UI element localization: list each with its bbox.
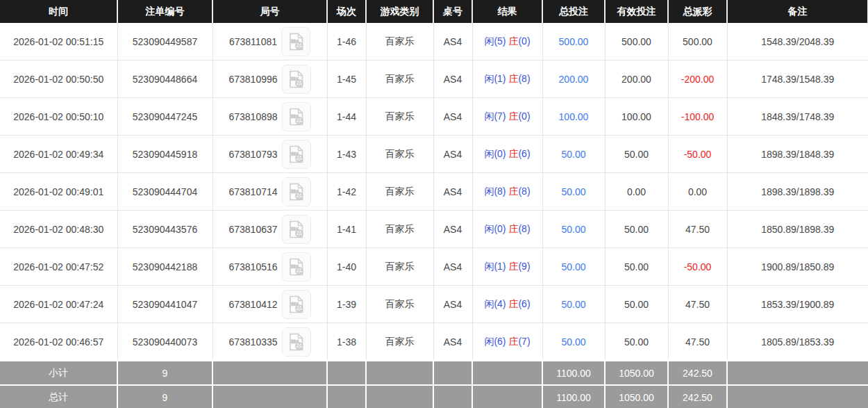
video-replay-button[interactable] bbox=[282, 252, 311, 281]
cell-game-type: 百家乐 bbox=[366, 211, 433, 248]
result-banker-label: 庄 bbox=[508, 111, 518, 122]
total-bet-link[interactable]: 200.00 bbox=[559, 74, 589, 85]
footer-payout: 242.50 bbox=[668, 361, 727, 385]
total-bet-link[interactable]: 50.00 bbox=[561, 186, 585, 197]
cell-session: 1-43 bbox=[327, 136, 366, 173]
table-row: 2026-01-02 00:49:34523090445918673810793… bbox=[0, 136, 868, 173]
footer-count: 9 bbox=[117, 361, 212, 385]
cell-table-no: AS4 bbox=[433, 211, 472, 248]
cell-result: 闲(1) 庄(9) bbox=[472, 248, 542, 286]
cell-remark: 1898.39/1848.39 bbox=[727, 136, 868, 173]
cell-round: 673810714 bbox=[212, 173, 327, 211]
table-row: 2026-01-02 00:47:52523090442188673810516… bbox=[0, 248, 868, 286]
cell-game-type: 百家乐 bbox=[366, 173, 433, 211]
video-file-icon bbox=[287, 295, 305, 313]
video-file-icon bbox=[287, 333, 305, 351]
table-row: 2026-01-02 00:46:57523090440073673810335… bbox=[0, 323, 868, 361]
cell-result: 闲(0) 庄(6) bbox=[472, 136, 542, 173]
video-file-icon bbox=[287, 145, 305, 163]
cell-round: 673810996 bbox=[212, 60, 327, 98]
total-bet-link[interactable]: 100.00 bbox=[559, 111, 589, 122]
total-bet-link[interactable]: 50.00 bbox=[561, 149, 585, 160]
video-file-icon bbox=[287, 70, 305, 88]
video-replay-button[interactable] bbox=[282, 140, 311, 169]
cell-total-bet: 200.00 bbox=[542, 60, 605, 98]
cell-payout: 0.00 bbox=[668, 173, 727, 211]
cell-game-type: 百家乐 bbox=[366, 248, 433, 286]
cell-game-type: 百家乐 bbox=[366, 136, 433, 173]
result-banker-value: (6) bbox=[518, 148, 530, 159]
footer-round bbox=[212, 385, 327, 408]
cell-remark: 1900.89/1850.89 bbox=[727, 248, 868, 286]
result-banker-value: (0) bbox=[518, 111, 530, 122]
cell-valid-bet: 50.00 bbox=[605, 286, 668, 323]
video-file-icon bbox=[287, 108, 305, 126]
total-bet-link[interactable]: 50.00 bbox=[561, 299, 585, 310]
video-replay-button[interactable] bbox=[282, 290, 311, 319]
cell-game-type: 百家乐 bbox=[366, 323, 433, 361]
cell-valid-bet: 50.00 bbox=[605, 248, 668, 286]
result-player: 闲(7) bbox=[484, 111, 506, 122]
cell-remark: 1548.39/2048.39 bbox=[727, 23, 868, 60]
video-replay-button[interactable] bbox=[281, 27, 310, 56]
table-body: 2026-01-02 00:51:15523090449587673811081… bbox=[0, 23, 868, 361]
result-banker-label: 庄 bbox=[508, 261, 518, 272]
cell-valid-bet: 50.00 bbox=[605, 323, 668, 361]
total-bet-link[interactable]: 50.00 bbox=[561, 224, 585, 235]
cell-round: 673810637 bbox=[212, 211, 327, 248]
result-player: 闲(1) bbox=[484, 261, 506, 272]
cell-round: 673810335 bbox=[212, 323, 327, 361]
cell-session: 1-45 bbox=[327, 60, 366, 98]
footer-label: 总计 bbox=[0, 385, 117, 408]
table-row: 2026-01-02 00:49:01523090444704673810714… bbox=[0, 173, 868, 211]
result-banker-label: 庄 bbox=[508, 186, 518, 197]
table-footer: 小计91100.001050.00242.50总计91100.001050.00… bbox=[0, 361, 868, 408]
cell-total-bet: 50.00 bbox=[542, 211, 605, 248]
table-row: 2026-01-02 00:48:30523090443576673810637… bbox=[0, 211, 868, 248]
cell-remark: 1898.39/1898.39 bbox=[727, 173, 868, 211]
cell-remark: 1748.39/1548.39 bbox=[727, 60, 868, 98]
video-replay-button[interactable] bbox=[282, 102, 311, 131]
cell-total-bet: 50.00 bbox=[542, 286, 605, 323]
column-header-remark: 备注 bbox=[727, 0, 868, 23]
result-banker-value: (9) bbox=[518, 261, 530, 272]
result-player: 闲(5) bbox=[484, 35, 506, 47]
footer-result bbox=[472, 361, 542, 385]
cell-time: 2026-01-02 00:51:15 bbox=[0, 23, 117, 60]
cell-time: 2026-01-02 00:46:57 bbox=[0, 323, 117, 361]
column-header-result: 结果 bbox=[472, 0, 542, 23]
cell-game-type: 百家乐 bbox=[366, 23, 433, 60]
cell-bet-id: 523090444704 bbox=[117, 173, 212, 211]
cell-time: 2026-01-02 00:47:52 bbox=[0, 248, 117, 286]
result-banker-value: (8) bbox=[518, 73, 530, 84]
cell-table-no: AS4 bbox=[433, 136, 472, 173]
footer-remark bbox=[727, 361, 868, 385]
video-replay-button[interactable] bbox=[282, 177, 311, 206]
cell-total-bet: 100.00 bbox=[542, 98, 605, 136]
total-bet-link[interactable]: 500.00 bbox=[559, 36, 589, 47]
footer-table-no bbox=[433, 385, 472, 408]
cell-bet-id: 523090440073 bbox=[117, 323, 212, 361]
cell-result: 闲(5) 庄(0) bbox=[472, 23, 542, 60]
result-banker-label: 庄 bbox=[508, 298, 518, 309]
cell-result: 闲(1) 庄(8) bbox=[472, 60, 542, 98]
cell-round: 673810412 bbox=[212, 286, 327, 323]
result-banker-label: 庄 bbox=[508, 148, 518, 159]
total-bet-link[interactable]: 50.00 bbox=[561, 261, 585, 272]
cell-table-no: AS4 bbox=[433, 23, 472, 60]
column-header-total-bet: 总投注 bbox=[542, 0, 605, 23]
video-replay-button[interactable] bbox=[282, 327, 311, 357]
grand-total-row: 总计91100.001050.00242.50 bbox=[0, 385, 868, 408]
footer-session bbox=[327, 361, 366, 385]
table-header: 时间注单编号局号场次游戏类别桌号结果总投注有效投注总派彩备注 bbox=[0, 0, 868, 23]
footer-total-bet: 1100.00 bbox=[542, 385, 605, 408]
cell-round: 673810793 bbox=[212, 136, 327, 173]
cell-session: 1-39 bbox=[327, 286, 366, 323]
video-replay-button[interactable] bbox=[282, 65, 311, 94]
video-replay-button[interactable] bbox=[282, 215, 311, 244]
round-number: 673810996 bbox=[228, 74, 277, 85]
cell-remark: 1850.89/1898.39 bbox=[727, 211, 868, 248]
cell-time: 2026-01-02 00:47:24 bbox=[0, 286, 117, 323]
cell-game-type: 百家乐 bbox=[366, 98, 433, 136]
total-bet-link[interactable]: 50.00 bbox=[561, 336, 585, 348]
